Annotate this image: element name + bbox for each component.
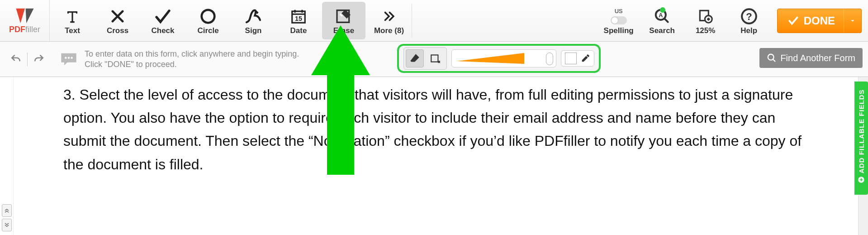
erase-icon bbox=[335, 7, 353, 25]
pdffiller-logo-icon bbox=[13, 7, 37, 25]
check-icon bbox=[153, 7, 172, 26]
main-toolbar: PDFfiller Text Cross Check Circle Sign 1… bbox=[0, 0, 868, 42]
add-fillable-fields-tab[interactable]: ADD FILLABLE FIELDS bbox=[854, 82, 868, 195]
cross-icon bbox=[109, 8, 126, 25]
chevrons-right-icon bbox=[381, 9, 397, 24]
plus-circle-icon bbox=[858, 176, 865, 183]
hint-line-2: Click "DONE" to proceed. bbox=[85, 59, 299, 70]
undo-redo-group bbox=[0, 52, 55, 67]
double-chevron-down-icon bbox=[4, 223, 9, 227]
side-tab-label: ADD FILLABLE FIELDS bbox=[858, 89, 865, 173]
tool-help[interactable]: ? Help bbox=[727, 0, 771, 41]
toolbar-divider bbox=[412, 4, 412, 38]
undo-button[interactable] bbox=[8, 52, 24, 67]
undo-redo-divider bbox=[27, 53, 28, 66]
tool-group-right: US Spelling A Search 125% ? Help bbox=[597, 0, 771, 41]
toggle-icon bbox=[611, 16, 627, 24]
erase-options-panel bbox=[397, 44, 601, 73]
notification-dot-icon bbox=[660, 7, 665, 13]
page-down-button[interactable] bbox=[2, 219, 12, 231]
svg-marker-16 bbox=[456, 53, 524, 64]
tool-more[interactable]: More (8) bbox=[366, 0, 412, 41]
undo-icon bbox=[9, 53, 23, 65]
zoom-icon bbox=[697, 8, 714, 25]
tool-text[interactable]: Text bbox=[50, 0, 95, 41]
done-wrap: DONE bbox=[771, 0, 868, 41]
tool-group-edit: Text Cross Check Circle Sign 15 Date Era… bbox=[50, 0, 412, 41]
svg-point-12 bbox=[65, 57, 66, 58]
tool-check[interactable]: Check bbox=[140, 0, 185, 41]
eraser-size-slider[interactable] bbox=[451, 49, 556, 67]
hint-bubble-icon bbox=[59, 52, 78, 67]
slider-thumb[interactable] bbox=[546, 53, 553, 65]
svg-point-2 bbox=[202, 10, 215, 23]
double-chevron-up-icon bbox=[4, 208, 9, 213]
spell-region-label: US bbox=[615, 8, 623, 14]
caret-down-icon bbox=[849, 18, 856, 24]
help-icon: ? bbox=[740, 8, 758, 25]
blackout-mode-button[interactable] bbox=[427, 49, 445, 67]
eraser-mode-button[interactable] bbox=[406, 49, 424, 67]
svg-text:A: A bbox=[659, 12, 663, 18]
redo-icon bbox=[32, 53, 46, 65]
document-body-text: 3. Select the level of access to the doc… bbox=[63, 83, 804, 176]
document-area: 3. Select the level of access to the doc… bbox=[0, 77, 868, 235]
tool-search[interactable]: A Search bbox=[640, 0, 684, 41]
tool-date[interactable]: 15 Date bbox=[276, 0, 321, 41]
spell-region-toggle[interactable]: US bbox=[611, 8, 627, 24]
circle-icon bbox=[199, 8, 217, 25]
tool-cross[interactable]: Cross bbox=[95, 0, 140, 41]
sign-icon bbox=[244, 7, 262, 25]
done-button[interactable]: DONE bbox=[777, 9, 845, 33]
tool-sign[interactable]: Sign bbox=[231, 0, 276, 41]
tool-zoom[interactable]: 125% bbox=[684, 0, 727, 41]
brand-text: PDFfiller bbox=[9, 25, 40, 34]
brand-logo[interactable]: PDFfiller bbox=[0, 0, 50, 41]
eraser-icon bbox=[409, 53, 421, 64]
color-swatch bbox=[565, 53, 577, 64]
svg-marker-0 bbox=[16, 9, 25, 24]
done-dropdown[interactable] bbox=[844, 9, 862, 33]
svg-point-14 bbox=[71, 57, 73, 58]
document-content[interactable]: 3. Select the level of access to the doc… bbox=[14, 77, 858, 235]
calendar-icon: 15 bbox=[290, 8, 307, 25]
svg-text:?: ? bbox=[746, 10, 752, 22]
svg-point-13 bbox=[68, 57, 70, 58]
done-label: DONE bbox=[804, 14, 835, 27]
find-form-label: Find Another Form bbox=[780, 53, 855, 63]
eraser-color-picker[interactable] bbox=[561, 50, 594, 67]
find-another-form-button[interactable]: Find Another Form bbox=[759, 48, 863, 68]
tool-spelling[interactable]: US Spelling bbox=[597, 0, 640, 41]
erase-mode-buttons bbox=[403, 47, 447, 70]
rectangle-x-icon bbox=[430, 53, 441, 64]
hint-text: To enter data on this form, click anywhe… bbox=[85, 49, 299, 69]
svg-rect-15 bbox=[431, 55, 438, 62]
checkmark-icon bbox=[787, 15, 799, 27]
magnifier-icon bbox=[767, 53, 777, 63]
svg-marker-1 bbox=[25, 9, 33, 24]
page-nav-controls bbox=[0, 77, 14, 235]
redo-button[interactable] bbox=[31, 52, 47, 67]
hint-area: To enter data on this form, click anywhe… bbox=[55, 49, 299, 69]
wedge-icon bbox=[456, 52, 524, 65]
sub-toolbar: To enter data on this form, click anywhe… bbox=[0, 42, 868, 77]
svg-text:15: 15 bbox=[295, 14, 302, 22]
hint-line-1: To enter data on this form, click anywhe… bbox=[85, 49, 299, 59]
text-icon bbox=[64, 8, 81, 25]
page-up-button[interactable] bbox=[2, 204, 12, 217]
eyedropper-icon bbox=[580, 53, 590, 64]
tool-circle[interactable]: Circle bbox=[185, 0, 231, 41]
tool-erase[interactable]: Erase bbox=[322, 2, 365, 39]
